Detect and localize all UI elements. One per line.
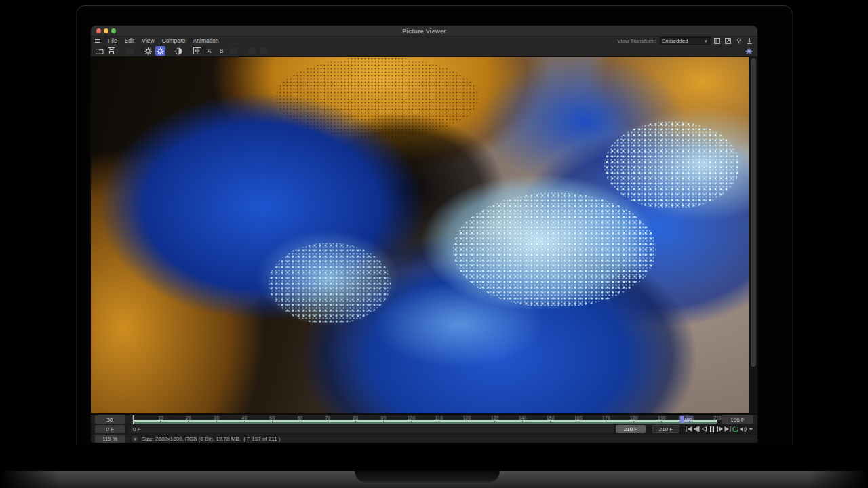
ruler-tick-70: 70 <box>325 415 330 422</box>
step-back-icon[interactable] <box>693 426 701 433</box>
screenshot-stage: Picture Viewer FileEditViewCompareAnimat… <box>0 0 868 488</box>
ruler-tick-60: 60 <box>297 415 302 422</box>
ruler-tick-210: 210 <box>713 415 722 422</box>
current-frame-field[interactable]: 0 F <box>95 425 125 433</box>
render-foam-bubbles <box>604 121 740 209</box>
ruler-tick-170: 170 <box>602 415 610 422</box>
more-icon[interactable] <box>747 426 755 433</box>
ruler-tick-90: 90 <box>381 415 387 422</box>
menu-animation[interactable]: Animation <box>193 37 219 45</box>
playhead-frame-label: 196 <box>684 416 692 423</box>
menu-items: FileEditViewCompareAnimation <box>108 37 218 45</box>
ruler-tick-100: 100 <box>408 415 416 422</box>
ruler-tick-150: 150 <box>547 415 555 422</box>
menu-compare[interactable]: Compare <box>162 37 186 45</box>
volume-icon[interactable] <box>740 426 747 433</box>
loop-icon[interactable] <box>732 426 739 433</box>
view-transform-select[interactable]: Embedded ▼ <box>660 37 710 45</box>
fullscreen-icon[interactable] <box>724 37 732 45</box>
image-canvas[interactable] <box>91 57 757 414</box>
close-button[interactable] <box>96 28 101 33</box>
vertical-scrollbar[interactable] <box>749 57 757 413</box>
timeline-ruler[interactable]: 0102030405060708090100110120130140150160… <box>133 415 717 424</box>
pause-icon[interactable] <box>709 426 716 433</box>
ruler-tick-110: 110 <box>435 415 443 422</box>
filter-gear-icon[interactable] <box>143 46 153 56</box>
toolbar: A B <box>91 45 757 57</box>
range-end-field[interactable]: 210 F <box>652 425 679 433</box>
pick-icon[interactable] <box>735 37 743 45</box>
ruler-tick-80: 80 <box>353 415 358 422</box>
play-reverse-icon[interactable] <box>701 426 708 433</box>
playhead-marker-icon <box>680 416 684 423</box>
ruler-tick-140: 140 <box>519 415 527 422</box>
preview-range-bar[interactable]: 0 F <box>129 425 614 433</box>
scrollbar-thumb[interactable] <box>751 58 756 367</box>
menu-view[interactable]: View <box>142 37 154 45</box>
save-image-icon[interactable] <box>746 37 753 45</box>
rendered-image <box>91 57 749 413</box>
ruler-tick-190: 190 <box>658 415 666 422</box>
minimize-button[interactable] <box>104 28 108 33</box>
macbook-lid-notch <box>355 471 500 483</box>
ruler-tick-40: 40 <box>241 415 247 422</box>
picture-viewer-window: Picture Viewer FileEditViewCompareAnimat… <box>91 26 757 443</box>
filter-gear-active-icon[interactable] <box>155 46 165 56</box>
hamburger-menu-icon[interactable] <box>95 39 100 43</box>
render-settings-icon[interactable] <box>744 46 754 56</box>
timeline-range-row: 0 F 0 F 210 F 210 F <box>91 424 757 434</box>
save-icon[interactable] <box>106 46 117 56</box>
transport-controls <box>685 424 755 434</box>
zoom-button[interactable] <box>111 28 116 33</box>
ruler-tick-160: 160 <box>574 415 583 422</box>
traffic-lights <box>96 28 116 33</box>
timeline-playhead[interactable]: 196 <box>679 415 694 424</box>
render-foam-bubbles <box>453 192 656 308</box>
view-transform-label: View Transform: <box>617 38 656 44</box>
window-title: Picture Viewer <box>91 28 757 35</box>
menu-edit[interactable]: Edit <box>125 37 135 45</box>
contrast-icon[interactable] <box>174 46 184 56</box>
ruler-tick-180: 180 <box>630 415 638 422</box>
menu-file[interactable]: File <box>108 37 117 45</box>
navigator-icon <box>259 46 269 56</box>
ruler-tick-30: 30 <box>214 415 219 422</box>
zoom-level-field[interactable]: 119 % <box>95 435 125 443</box>
compare-b-button[interactable]: B <box>216 46 226 56</box>
ruler-tick-50: 50 <box>269 415 275 422</box>
title-bar: Picture Viewer <box>91 26 757 37</box>
ruler-tick-10: 10 <box>158 415 163 422</box>
step-forward-icon[interactable] <box>716 426 724 433</box>
size-dropdown-icon[interactable]: ▼ <box>132 436 138 442</box>
render-foam-bubbles <box>269 243 391 324</box>
current-frame-field-right[interactable]: 196 F <box>722 415 753 424</box>
goto-start-icon[interactable] <box>685 426 692 433</box>
ab-compare-icon[interactable] <box>192 46 202 56</box>
ruler-tick-0: 0 <box>132 415 134 422</box>
range-end-badge[interactable]: 210 F <box>616 425 646 433</box>
chevron-down-icon: ▼ <box>704 39 708 43</box>
open-folder-icon[interactable] <box>94 46 104 56</box>
sidebar-toggle-icon[interactable] <box>713 37 721 45</box>
info-panel-icon <box>247 46 257 56</box>
range-start-label: 0 F <box>133 426 141 432</box>
fps-field[interactable]: 30 <box>95 415 125 424</box>
view-transform-value: Embedded <box>662 38 688 44</box>
goto-end-icon[interactable] <box>724 426 732 433</box>
ruler-tick-120: 120 <box>463 415 471 422</box>
status-bar: 119 % ▼ Size: 2880x1800, RGB (8 Bit), 19… <box>91 434 757 443</box>
menubar-right-group: View Transform: Embedded ▼ <box>617 37 753 45</box>
image-info-text: Size: 2880x1800, RGB (8 Bit), 19.78 MB, … <box>142 434 280 443</box>
compare-a-button[interactable]: A <box>204 46 214 56</box>
menu-bar: FileEditViewCompareAnimation View Transf… <box>91 37 757 45</box>
history-back-icon <box>125 46 135 56</box>
timeline-ruler-row: 30 0102030405060708090100110120130140150… <box>91 414 757 424</box>
render-speckle-texture <box>275 57 479 138</box>
ruler-tick-130: 130 <box>491 415 499 422</box>
histogram-icon <box>229 46 239 56</box>
ruler-tick-20: 20 <box>186 415 191 422</box>
